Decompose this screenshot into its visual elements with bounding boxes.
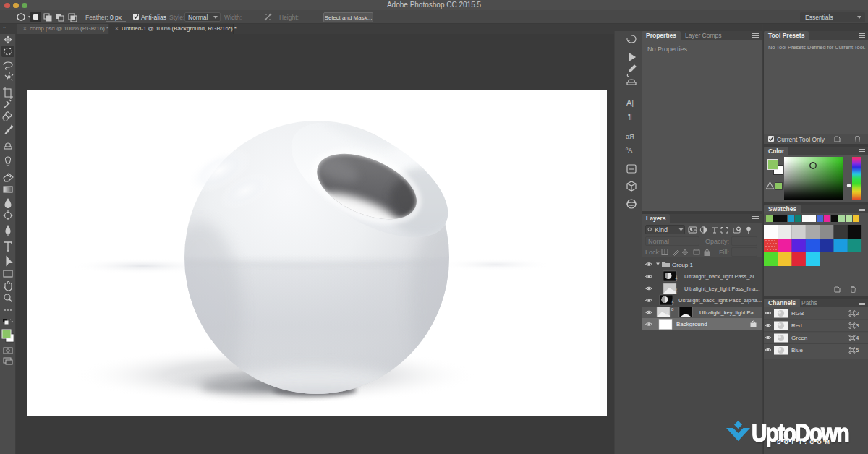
svg-text:Ultralight_back_light Pass_al.: Ultralight_back_light Pass_al...	[684, 273, 759, 280]
svg-text:Group 1: Group 1	[672, 262, 693, 268]
svg-text:Background: Background	[676, 321, 707, 327]
svg-text:Ultralight_key_light Pa...: Ultralight_key_light Pa...	[699, 309, 758, 316]
svg-text:Green: Green	[791, 335, 807, 341]
svg-text:Ultralight_back_light Pass_alp: Ultralight_back_light Pass_alpha...	[678, 297, 762, 304]
svg-text:3: 3	[856, 322, 859, 329]
svg-text:Red: Red	[791, 322, 802, 329]
svg-text:RGB: RGB	[791, 310, 804, 317]
svg-text:4: 4	[856, 335, 859, 341]
svg-text:A|: A|	[626, 98, 634, 107]
svg-text:𝄞: 𝄞	[671, 299, 674, 305]
svg-text:¶: ¶	[628, 112, 632, 121]
svg-text:𝄞: 𝄞	[665, 312, 668, 317]
svg-text:Blue: Blue	[791, 347, 804, 354]
svg-text:Ultralight_key_light Pass_fina: Ultralight_key_light Pass_fina...	[684, 286, 760, 292]
svg-text:𝄞: 𝄞	[675, 275, 678, 281]
svg-text:2: 2	[856, 310, 859, 317]
svg-text:aЯ: aЯ	[626, 133, 634, 140]
svg-text:𝄞: 𝄞	[675, 288, 678, 294]
svg-text:5: 5	[856, 347, 859, 354]
svg-text:ºA: ºA	[626, 147, 632, 154]
